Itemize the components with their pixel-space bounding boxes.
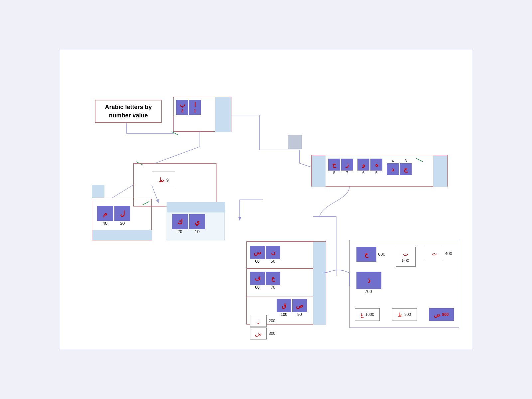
tile-dad-800[interactable]: ض 800 — [429, 308, 454, 321]
tile-he[interactable]: ه — [370, 159, 382, 171]
group-10-20-box: ك 20 ي 10 — [167, 202, 225, 240]
curve-connector — [323, 266, 353, 293]
tile-jeem[interactable]: ج — [400, 163, 412, 175]
title-label: Arabic letters by number value — [95, 100, 162, 123]
svg-line-0 — [172, 132, 178, 135]
group-3-8-outer: ح 8 ز 7 و 6 — [311, 155, 448, 187]
title-text: Arabic letters by number value — [105, 104, 152, 119]
tile-ghain-1000[interactable]: غ 1000 — [355, 308, 380, 321]
tile-shin[interactable]: ش — [250, 328, 267, 339]
tile-waw[interactable]: و — [357, 159, 369, 171]
group-1-2-outer: ب 2 ا 1 — [173, 97, 231, 132]
small-blue-sq-left — [92, 185, 104, 198]
tile-zayn[interactable]: ز — [341, 159, 353, 171]
tile-sad[interactable]: ص — [292, 299, 307, 312]
tile-dha-900[interactable]: ظ 900 — [392, 308, 417, 321]
group-30-40-box: م 40 ل 30 — [92, 199, 152, 240]
tile-dal[interactable]: د — [387, 163, 399, 175]
tile-qaf[interactable]: ق — [277, 299, 291, 312]
tile-dhal-700[interactable]: ذ — [356, 272, 381, 289]
tile-kha-600[interactable]: خ — [356, 247, 376, 262]
tile-fa[interactable]: ف — [250, 272, 265, 285]
tile-ayn[interactable]: ع — [266, 272, 280, 285]
tile-tha-500[interactable]: ث 500 — [396, 247, 416, 267]
main-canvas: Arabic letters by number value ب 2 ا 1 — [60, 50, 472, 349]
tile-kaf[interactable]: ك — [172, 214, 188, 229]
tile-ta-400[interactable]: ت — [425, 247, 443, 260]
tile-alef[interactable]: ا 1 — [189, 100, 201, 115]
tile-ra[interactable]: ر — [250, 315, 267, 327]
small-gray-square — [288, 135, 302, 149]
tile-ha[interactable]: ح — [328, 159, 340, 171]
tile-nun[interactable]: ن — [266, 246, 280, 259]
group-400-1000-box: ت 400 ث 500 خ 600 ذ 700 — [349, 240, 459, 328]
tile-seen[interactable]: س — [250, 246, 265, 259]
tile-ya[interactable]: ي — [189, 214, 205, 229]
tile-meem[interactable]: م — [97, 206, 113, 221]
group-50-300-outer: س 60 ن 50 ف 80 — [246, 241, 326, 325]
tile-ba[interactable]: ب 2 — [176, 100, 188, 115]
tile-lam[interactable]: ل — [114, 206, 130, 221]
